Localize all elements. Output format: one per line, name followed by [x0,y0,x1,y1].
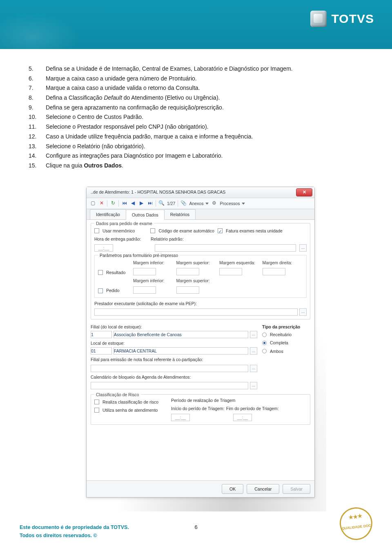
label-local-estoque: Local de estoque: [91,340,257,346]
list-item: 11.Selecione o Prestador responsável pel… [29,123,293,132]
separator [156,200,156,207]
label-margem-superior: Margem superior: [176,259,217,266]
pager-text: 1/27 [167,200,175,207]
checkbox-senha[interactable] [94,408,99,413]
footer-line1: Este documento é de propriedade da TOTVS… [20,523,129,532]
item-text: Defina se a Unidade é de Internação, Cen… [46,65,293,74]
input-hora-entrega[interactable]: __:__ [94,244,113,252]
input-local-name[interactable]: FARMACIA CENTRAL [114,347,248,355]
footer-line2: Todos os direitos reservados. © [20,531,129,540]
item-number: 5. [29,65,46,74]
lookup-button[interactable]: … [250,382,257,389]
input-res-marg-sup[interactable] [176,268,199,275]
window-title: ..de de Atendimento: 1 - HOSPITAL NOSSA … [91,189,225,195]
input-calendario[interactable] [91,382,248,389]
checkbox-pedido[interactable] [98,288,103,293]
item-text: Selecione o Centro de Custos Padrão. [46,113,293,123]
label-tipo-prescricao: Tipo da prescrição [262,324,300,329]
checkbox-fatura-unidade[interactable] [218,228,223,233]
item-number: 10. [29,113,46,123]
window-toolbar: ▢ ✕ ↻ ⏮ ◀ ▶ ⏭ 🔍 1/27 📎 Anexos ⚙ Processo… [87,198,314,209]
radio-receituario[interactable] [262,333,267,337]
refresh-icon[interactable]: ↻ [110,200,116,206]
checkbox-cod-auto[interactable] [150,228,155,233]
dialog-window: ..de de Atendimento: 1 - HOSPITAL NOSSA … [86,187,315,498]
list-item: 10.Selecione o Centro de Custos Padrão. [29,113,293,123]
prev-icon[interactable]: ◀ [130,200,136,206]
radio-completa[interactable] [262,341,267,345]
input-ped-marg-inf[interactable] [133,286,156,294]
input-res-marg-esq[interactable] [219,268,242,275]
input-prestador-exec[interactable] [94,308,298,316]
label-cod-auto: Código de exame automático [158,228,214,234]
embedded-dialog: ..de de Atendimento: 1 - HOSPITAL NOSSA … [86,187,315,498]
menu-processos[interactable]: Processos [220,200,245,207]
menu-anexos[interactable]: Anexos [189,200,209,207]
checkbox-risco[interactable] [94,399,99,404]
estoque-section: Filial (do local de estoque): 1 Associaç… [91,324,310,389]
lookup-button[interactable]: … [250,347,257,355]
delete-icon[interactable]: ✕ [98,200,105,206]
lookup-button[interactable]: … [299,308,307,316]
item-number: 9. [29,103,46,113]
attach-icon: 📎 [180,200,187,206]
input-filial-nf[interactable] [91,365,248,372]
list-item: 14.Configure as integrações para Diagnós… [29,152,293,161]
item-text: Configure as integrações para Diagnóstic… [46,152,293,161]
separator [118,200,119,207]
ok-button[interactable]: OK [222,484,243,494]
label-periodo-triagem: Período de realização de Triagem [171,398,236,403]
close-button[interactable]: ✕ [296,189,312,196]
lookup-button[interactable]: … [299,244,307,252]
item-text: Defina se gera aprazamento na confirmaçã… [46,103,293,113]
label-mnemonico: Usar mnemônico [102,228,135,234]
next-icon[interactable]: ▶ [138,200,145,206]
item-text: Marque a caixa caso a unidade gera númer… [46,74,293,84]
radio-ambos[interactable] [262,349,267,353]
group-title-risco: Classificação de Risco [94,391,141,398]
new-icon[interactable]: ▢ [90,200,96,206]
item-number: 15. [29,161,46,171]
label-pedido: Pedido [106,287,120,294]
input-res-marg-inf[interactable] [133,268,156,275]
first-icon[interactable]: ⏮ [121,200,127,206]
input-filial-name[interactable]: Associação Beneficente de Canoas [114,331,248,338]
list-item: 9.Defina se gera aprazamento na confirma… [29,103,293,113]
lookup-button[interactable]: … [250,331,257,338]
checkbox-resultado[interactable] [98,270,103,275]
item-number: 8. [29,94,46,103]
tab-outros-dados[interactable]: Outros Dados [126,210,165,220]
label-prestador-exec: Prestador executante (solicitação de exa… [94,301,197,306]
item-text: Defina a Classificação Default do Atendi… [46,94,293,103]
item-number: 11. [29,123,46,132]
item-number: 6. [29,74,46,84]
last-icon[interactable]: ⏭ [147,200,153,206]
group-title: Dados para pedido de exame [94,220,154,227]
separator [107,200,107,207]
label-margem-superior-2: Margem superior: [176,277,217,284]
input-res-marg-dir[interactable] [263,268,285,275]
group-pedido-exame: Dados para pedido de exame Usar mnemônic… [91,223,310,319]
search-icon[interactable]: 🔍 [158,200,165,206]
input-ped-marg-sup[interactable] [176,286,199,294]
input-filial-code[interactable]: 1 [91,331,112,338]
tab-relatorios[interactable]: Relatórios [164,209,196,219]
label-receituario: Receituário [270,331,292,338]
cancel-button[interactable]: Cancelar [247,484,279,494]
label-senha: Utiliza senha de atendimento [102,407,158,413]
input-fim-triagem[interactable]: __:__ [233,414,252,421]
input-relatorio-padrao[interactable] [155,244,296,252]
chevron-down-icon [242,203,245,205]
tab-identificacao[interactable]: Identificação [90,209,126,219]
save-button[interactable]: Salvar [283,484,310,494]
label-filial-nf: Filial para emissão de nota fiscal refer… [91,356,257,363]
list-item: 5.Defina se a Unidade é de Internação, C… [29,65,293,74]
lookup-button[interactable]: … [250,365,257,372]
badge-text: QUALIDADE DOC [342,523,371,530]
checkbox-mnemonico[interactable] [94,228,99,233]
label-relatorio-padrao: Relatório padrão: [151,236,184,242]
label-ambos: Ambos [270,348,283,355]
input-local-code[interactable]: 01 [91,347,112,355]
input-ini-triagem[interactable]: __:__ [171,414,190,421]
separator [178,200,178,207]
